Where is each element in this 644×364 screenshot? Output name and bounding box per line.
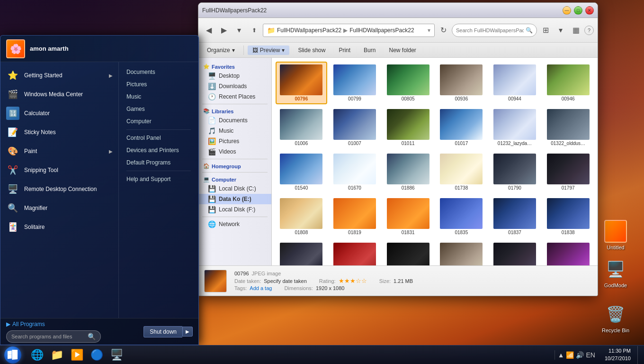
taskbar-remote[interactable]: 🖥️ bbox=[107, 346, 126, 364]
refresh-button[interactable]: ↻ bbox=[437, 24, 450, 37]
file-thumb-00799[interactable]: 00799 bbox=[329, 62, 381, 104]
file-thumb-01895[interactable]: 01895 bbox=[436, 240, 487, 265]
network-tray-icon[interactable]: 📶 bbox=[566, 351, 574, 359]
file-thumb-01819[interactable]: 01819 bbox=[329, 195, 381, 238]
file-thumb-01886[interactable]: 01886 bbox=[382, 151, 434, 193]
sidebar-item-videos[interactable]: 🎬 Videos bbox=[198, 146, 271, 157]
desktop-icon-untitled[interactable]: Untitled bbox=[597, 218, 635, 253]
homegroup-header[interactable]: 🏠 Homegroup bbox=[198, 161, 271, 170]
computer-header[interactable]: 💻 Computer bbox=[198, 174, 271, 183]
start-item-paint[interactable]: 🎨 Paint ▶ bbox=[0, 142, 118, 161]
start-button[interactable] bbox=[0, 346, 26, 364]
burn-button[interactable]: Burn bbox=[359, 46, 380, 55]
start-item-windows-media-center[interactable]: 🎬 Windows Media Center bbox=[0, 85, 118, 104]
sidebar-item-music[interactable]: 🎵 Music bbox=[198, 126, 271, 136]
start-item-solitaire[interactable]: 🃏 Solitaire bbox=[0, 218, 118, 237]
file-thumb-01837[interactable]: 01837 bbox=[489, 195, 541, 238]
file-thumb-01790[interactable]: 01790 bbox=[489, 151, 541, 193]
addr-dropdown-icon[interactable]: ▾ bbox=[428, 27, 430, 34]
file-thumb-01897[interactable]: 01897 bbox=[489, 240, 541, 265]
all-programs-button[interactable]: ▶ All Programs bbox=[6, 321, 101, 328]
forward-button[interactable]: ▶ bbox=[217, 24, 231, 37]
desktop-icon-recycle-bin[interactable]: 🗑️ Recycle Bin bbox=[597, 301, 635, 336]
sidebar-item-local-f[interactable]: 💾 Local Disk (F:) bbox=[198, 204, 271, 215]
file-thumb-01880[interactable]: 01880 bbox=[382, 240, 434, 265]
help-button[interactable]: ? bbox=[584, 26, 594, 35]
libraries-header[interactable]: 📚 Libraries bbox=[198, 106, 271, 115]
sidebar-item-network[interactable]: 🌐 Network bbox=[198, 219, 271, 229]
file-thumb-01232[interactable]: 01232_lazyda… bbox=[489, 106, 541, 149]
address-bar[interactable]: 📁 FullHDWallpapersPack22 ▶ FullHDWallpap… bbox=[263, 24, 435, 37]
search-icon[interactable]: 🔍 bbox=[88, 333, 96, 340]
show-desktop-button[interactable] bbox=[637, 346, 640, 364]
preview-button[interactable]: 🖼 Preview ▾ bbox=[248, 46, 290, 55]
search-box[interactable]: Search programs and files 🔍 bbox=[6, 330, 101, 343]
right-item-games[interactable]: Games bbox=[119, 103, 198, 115]
slideshow-button[interactable]: Slide show bbox=[293, 46, 330, 55]
file-thumb-00936[interactable]: 00936 bbox=[436, 62, 487, 104]
start-item-remote-desktop[interactable]: 🖥️ Remote Desktop Connection bbox=[0, 180, 118, 199]
sidebar-item-downloads[interactable]: ⬇️ Downloads bbox=[198, 81, 271, 91]
file-thumb-01540[interactable]: 01540 bbox=[276, 151, 327, 193]
start-item-magnifier[interactable]: 🔍 Magnifier bbox=[0, 199, 118, 218]
right-item-computer[interactable]: Computer bbox=[119, 115, 198, 127]
right-item-default-programs[interactable]: Default Programs bbox=[119, 156, 198, 169]
desktop-icon-godmode[interactable]: 🖥️ GodMode bbox=[597, 256, 635, 291]
file-thumb-01870[interactable]: 01870 bbox=[276, 240, 327, 265]
preview-pane-button[interactable]: ▦ bbox=[569, 24, 582, 37]
file-thumb-00796[interactable]: 00796 bbox=[276, 62, 327, 104]
organize-button[interactable]: Organize ▾ bbox=[202, 46, 240, 55]
taskbar-ie[interactable]: 🌐 bbox=[27, 346, 46, 364]
sidebar-item-documents[interactable]: 📄 Documents bbox=[198, 115, 271, 126]
file-thumb-01007[interactable]: 01007 bbox=[329, 106, 381, 149]
file-thumb-01874[interactable]: 01874 bbox=[329, 240, 381, 265]
right-item-devices-printers[interactable]: Devices and Printers bbox=[119, 144, 198, 156]
file-thumb-01797[interactable]: 01797 bbox=[542, 151, 594, 193]
start-item-sticky-notes[interactable]: 📝 Sticky Notes bbox=[0, 123, 118, 142]
file-thumb-00944[interactable]: 00944 bbox=[489, 62, 541, 104]
right-item-music[interactable]: Music bbox=[119, 91, 198, 103]
search-input[interactable] bbox=[456, 27, 524, 33]
sidebar-item-recent-places[interactable]: 🕐 Recent Places bbox=[198, 91, 271, 102]
file-thumb-01808[interactable]: 01808 bbox=[276, 195, 327, 238]
close-button[interactable]: ✕ bbox=[585, 6, 594, 15]
recent-button[interactable]: ▾ bbox=[233, 24, 246, 37]
volume-tray-icon[interactable]: 🔊 bbox=[576, 351, 584, 359]
show-hidden-icons[interactable]: ▲ bbox=[558, 351, 564, 359]
file-thumb-01831[interactable]: 01831 bbox=[382, 195, 434, 238]
file-thumb-01322[interactable]: 01322_olddus… bbox=[542, 106, 594, 149]
file-thumb-00805[interactable]: 00805 bbox=[382, 62, 434, 104]
up-button[interactable]: ⬆ bbox=[248, 24, 261, 37]
sidebar-item-desktop[interactable]: 🖥️ Desktop bbox=[198, 71, 271, 81]
clock[interactable]: 11:30 PM 10/27/2010 bbox=[601, 347, 635, 362]
minimize-button[interactable]: — bbox=[563, 6, 571, 15]
taskbar-media-player[interactable]: ▶️ bbox=[67, 346, 86, 364]
start-item-calculator[interactable]: 🔢 Calculator bbox=[0, 104, 118, 123]
taskbar-browser2[interactable]: 🔵 bbox=[87, 346, 106, 364]
maximize-button[interactable]: □ bbox=[574, 6, 582, 15]
right-item-pictures[interactable]: Pictures bbox=[119, 78, 198, 91]
file-thumb-01006[interactable]: 01006 bbox=[276, 106, 327, 149]
file-thumb-01900[interactable]: 01900 bbox=[542, 240, 594, 265]
file-thumb-01017[interactable]: 01017 bbox=[436, 106, 487, 149]
print-button[interactable]: Print bbox=[334, 46, 355, 55]
ime-tray-icon[interactable]: EN bbox=[586, 351, 595, 359]
sidebar-item-pictures[interactable]: 🖼️ Pictures bbox=[198, 136, 271, 146]
file-thumb-01670[interactable]: 01670 bbox=[329, 151, 381, 193]
back-button[interactable]: ◀ bbox=[202, 24, 215, 37]
start-item-snipping-tool[interactable]: ✂️ Snipping Tool bbox=[0, 161, 118, 180]
start-item-getting-started[interactable]: ⭐ Getting Started ▶ bbox=[0, 66, 118, 85]
right-item-control-panel[interactable]: Control Panel bbox=[119, 132, 198, 144]
file-thumb-00946[interactable]: 00946 bbox=[542, 62, 594, 104]
shutdown-main-button[interactable]: Shut down bbox=[143, 326, 182, 337]
views-button[interactable]: ⊞ bbox=[539, 24, 552, 37]
sidebar-item-local-c[interactable]: 💾 Local Disk (C:) bbox=[198, 183, 271, 194]
views-dropdown[interactable]: ▾ bbox=[554, 24, 567, 37]
shutdown-arrow-button[interactable]: ▶ bbox=[182, 327, 193, 337]
file-thumb-01835[interactable]: 01835 bbox=[436, 195, 487, 238]
new-folder-button[interactable]: New folder bbox=[384, 46, 420, 55]
file-thumb-01838[interactable]: 01838 bbox=[542, 195, 594, 238]
sidebar-item-data-ko[interactable]: 💾 Data Ko (E:) bbox=[198, 194, 271, 204]
file-thumb-01011[interactable]: 01011 bbox=[382, 106, 434, 149]
taskbar-folder[interactable]: 📁 bbox=[47, 346, 66, 364]
